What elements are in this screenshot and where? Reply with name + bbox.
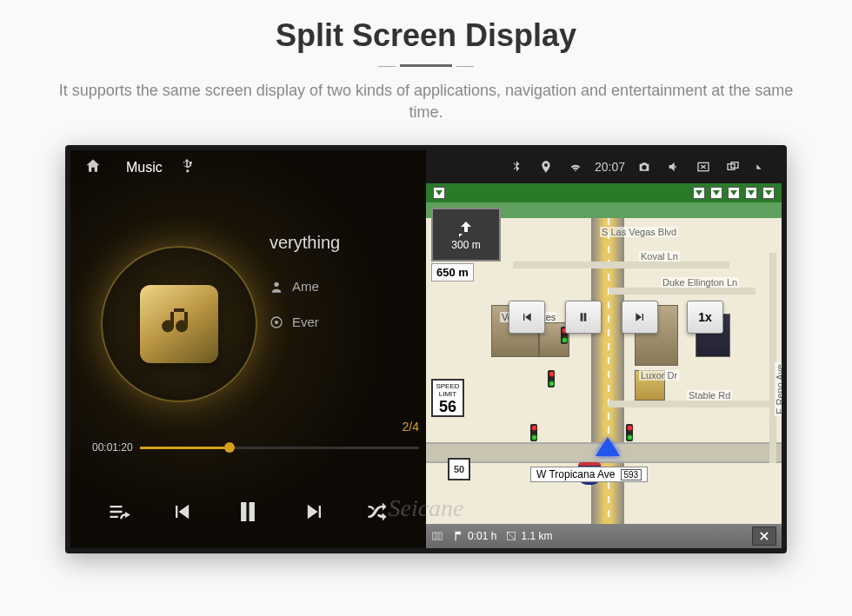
disc-icon [270, 315, 283, 329]
lane-arrow-icon [693, 187, 705, 199]
music-panel: Music verything Ame Ever 2/4 00:01: [70, 150, 426, 548]
album-name: Ever [292, 315, 319, 329]
artist-name: Ame [292, 279, 319, 294]
duke-road [609, 288, 755, 295]
traffic-light-icon [548, 370, 555, 387]
playlist-button[interactable] [107, 500, 131, 527]
lane-arrow-icon [745, 187, 757, 199]
close-ad-icon[interactable] [693, 160, 714, 174]
bluetooth-icon [506, 160, 527, 174]
map-body[interactable]: S Las Vegas Blvd Koval Ln Duke Ellington… [426, 218, 782, 524]
route-shield: 50 [448, 458, 470, 480]
volume-icon[interactable] [663, 160, 684, 174]
music-controls [70, 495, 426, 531]
lane-arrow-icon [433, 187, 445, 199]
usb-icon[interactable] [178, 157, 196, 178]
back-icon[interactable] [752, 160, 773, 174]
route-icon[interactable] [431, 530, 443, 542]
street-label: S Las Vegas Blvd [600, 227, 678, 237]
album-art[interactable] [101, 246, 257, 402]
location-icon [536, 160, 556, 174]
nav-prev-button[interactable] [509, 301, 545, 334]
progress-fill [140, 447, 230, 449]
traffic-light-icon [626, 424, 633, 441]
pause-button[interactable] [231, 495, 264, 531]
map-area[interactable]: 300 m 650 m S Las Vegas Blvd Koval Ln Du… [426, 183, 782, 524]
elapsed-time: 00:01:20 [92, 441, 133, 454]
artist-row: Ame [270, 279, 426, 294]
tropicana-label: W Tropicana Ave 593 [530, 467, 648, 482]
album-row: Ever [270, 315, 426, 329]
track-info: verything Ame Ever [270, 233, 426, 350]
lane-guidance-bar [426, 183, 782, 202]
music-app-label: Music [126, 160, 163, 176]
svg-point-2 [275, 321, 278, 324]
nav-speed-button[interactable]: 1x [687, 301, 723, 334]
home-icon[interactable] [84, 157, 102, 178]
progress-track[interactable] [140, 447, 419, 449]
page-title: Split Screen Display [0, 17, 852, 54]
nav-panel: 20:07 300 m 650 m [426, 150, 782, 548]
lane-arrow-icon [762, 187, 775, 199]
title-underline [400, 64, 452, 67]
close-button[interactable] [752, 527, 776, 546]
status-time: 20:07 [595, 160, 625, 174]
system-status-bar: 20:07 [426, 150, 782, 183]
traffic-light-icon [530, 424, 537, 441]
koval-road [513, 262, 729, 268]
remaining-distance: 1.1 km [505, 530, 552, 542]
current-position-icon [596, 437, 620, 456]
nav-next-button[interactable] [622, 301, 658, 334]
reno-road [769, 253, 776, 463]
svg-point-0 [274, 282, 278, 287]
progress-handle[interactable] [224, 442, 235, 453]
next-button[interactable] [303, 500, 327, 527]
track-title: verything [270, 233, 426, 253]
camera-icon[interactable] [634, 160, 655, 174]
street-label: Duke Ellington Ln [661, 277, 739, 288]
device-frame: Music verything Ame Ever 2/4 00:01: [65, 145, 787, 553]
stable-road [609, 401, 775, 407]
lane-arrow-icon [710, 187, 722, 199]
speed-limit-sign: SPEED LIMIT 56 [431, 379, 464, 417]
eta-time: 0:01 h [452, 530, 496, 542]
street-label: Luxor Dr [639, 370, 679, 381]
prev-button[interactable] [170, 500, 194, 527]
person-icon [270, 280, 283, 294]
street-label: E Reno Ave [775, 362, 782, 416]
progress-bar[interactable]: 00:01:20 [92, 441, 419, 454]
lane-arrow-icon [728, 187, 740, 199]
music-status-bar: Music [70, 150, 426, 185]
nav-pause-button[interactable] [565, 301, 602, 334]
street-label: Koval Ln [639, 251, 680, 262]
shuffle-button[interactable] [365, 500, 389, 527]
wifi-icon [565, 160, 586, 174]
street-label: Stable Rd [687, 390, 732, 401]
page-description: It supports the same screen display of t… [52, 80, 800, 123]
music-note-icon [140, 285, 218, 363]
track-counter: 2/4 [403, 420, 419, 434]
multitask-icon[interactable] [722, 160, 743, 174]
nav-footer: 0:01 h 1.1 km [426, 524, 782, 548]
